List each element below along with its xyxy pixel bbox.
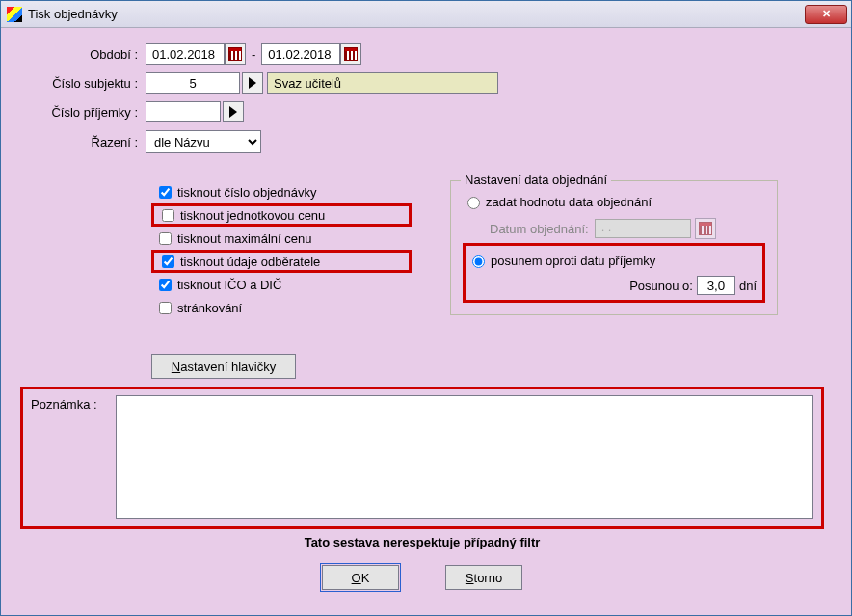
- check-customer-data-label: tisknout údaje odběratele: [180, 254, 320, 269]
- check-order-number[interactable]: tisknout číslo objednávky: [151, 180, 412, 203]
- window-title: Tisk objednávky: [28, 7, 118, 21]
- radio-shift-date-label: posunem oproti datu příjemky: [491, 254, 655, 268]
- check-order-number-label: tisknout číslo objednávky: [177, 185, 317, 200]
- cancel-button[interactable]: Storno: [445, 565, 522, 590]
- radio-shift-date-input[interactable]: [472, 255, 485, 268]
- subject-number-input[interactable]: [146, 72, 240, 94]
- subject-name-text: Svaz učitelů: [274, 76, 341, 91]
- shift-amount-row: Posunou o: dní: [467, 273, 760, 298]
- dialog-body: Období : - Číslo subjektu : Svaz učitelů…: [1, 28, 851, 615]
- receipt-lookup-button[interactable]: [223, 101, 244, 122]
- subject-name-display: Svaz učitelů: [267, 72, 498, 94]
- check-customer-data-box[interactable]: [162, 255, 174, 268]
- checkbox-column: tisknout číslo objednávky tisknout jedno…: [151, 180, 412, 319]
- check-customer-data[interactable]: tisknout údaje odběratele: [151, 250, 412, 273]
- enter-date-subrow: Datum objednání: . .: [490, 218, 765, 239]
- calendar-from-button[interactable]: [225, 43, 246, 65]
- calendar-icon: [699, 222, 712, 235]
- calendar-icon: [344, 47, 358, 61]
- check-ico-dic-box[interactable]: [159, 279, 172, 291]
- radio-shift-date[interactable]: posunem oproti datu příjemky: [467, 248, 760, 273]
- label-subject-number: Číslo subjektu :: [20, 76, 146, 91]
- columns: tisknout číslo objednávky tisknout jedno…: [20, 180, 824, 319]
- check-ico-dic-label: tisknout IČO a DIČ: [177, 278, 281, 292]
- calendar-icon: [228, 47, 242, 61]
- note-label: Poznámka :: [31, 395, 116, 412]
- note-textarea[interactable]: [116, 395, 813, 519]
- enter-date-value: . .: [596, 220, 612, 234]
- arrow-right-icon: [229, 106, 237, 118]
- close-button[interactable]: ✕: [805, 5, 847, 24]
- check-pagination-box[interactable]: [159, 302, 172, 314]
- ordering-date-legend: Nastavení data objednání: [461, 173, 611, 187]
- footer-note: Tato sestava nerespektuje případný filtr: [20, 535, 824, 549]
- receipt-number-input[interactable]: [146, 101, 221, 122]
- period-to-input[interactable]: [261, 43, 340, 65]
- check-order-number-box[interactable]: [159, 186, 172, 199]
- subject-lookup-button[interactable]: [242, 72, 263, 94]
- arrow-right-icon: [249, 77, 256, 89]
- header-settings-btn-rest: astavení hlavičky: [180, 360, 276, 374]
- radio-enter-date-input[interactable]: [467, 197, 480, 209]
- shift-amount-label: Posunou o:: [629, 279, 693, 293]
- row-period: Období : -: [20, 43, 824, 65]
- calendar-to-button[interactable]: [340, 43, 361, 65]
- header-settings-button[interactable]: Nastavení hlavičky: [151, 354, 296, 379]
- label-sort: Řazení :: [20, 135, 146, 149]
- row-sort: Řazení : dle Názvu: [20, 130, 824, 153]
- check-max-price-box[interactable]: [159, 232, 172, 245]
- period-from-input[interactable]: [146, 43, 225, 65]
- row-receipt: Číslo příjemky :: [20, 101, 824, 122]
- shift-amount-unit: dní: [739, 279, 757, 293]
- enter-date-input: . .: [595, 219, 691, 238]
- label-period: Období :: [20, 47, 146, 62]
- titlebar: Tisk objednávky ✕: [1, 1, 851, 28]
- check-pagination-label: stránkování: [177, 301, 242, 315]
- enter-date-calendar-button: [695, 218, 716, 239]
- check-max-price[interactable]: tisknout maximální cenu: [151, 227, 412, 250]
- close-icon: ✕: [822, 8, 831, 20]
- radio-enter-date-label: zadat hodnotu data objednání: [486, 195, 652, 209]
- radio-enter-date[interactable]: zadat hodnotu data objednání: [463, 189, 765, 214]
- check-unit-price-label: tisknout jednotkovou cenu: [180, 208, 325, 223]
- ordering-date-fieldset: Nastavení data objednání zadat hodnotu d…: [450, 180, 778, 315]
- check-unit-price[interactable]: tisknout jednotkovou cenu: [151, 203, 412, 227]
- check-pagination[interactable]: stránkování: [151, 296, 412, 319]
- note-block: Poznámka :: [20, 387, 824, 529]
- check-max-price-label: tisknout maximální cenu: [177, 231, 311, 246]
- enter-date-label: Datum objednání:: [490, 222, 589, 236]
- sort-select[interactable]: dle Názvu: [146, 130, 261, 153]
- check-ico-dic[interactable]: tisknout IČO a DIČ: [151, 273, 412, 296]
- shift-block: posunem oproti datu příjemky Posunou o: …: [463, 243, 765, 303]
- row-subject: Číslo subjektu : Svaz učitelů: [20, 72, 824, 94]
- ok-button[interactable]: OK: [322, 565, 399, 590]
- app-icon: [7, 7, 22, 22]
- shift-amount-input[interactable]: [697, 276, 735, 295]
- check-unit-price-box[interactable]: [162, 209, 174, 222]
- button-row: OK Storno: [20, 565, 824, 590]
- dialog-window: Tisk objednávky ✕ Období : - Číslo subje…: [0, 0, 852, 616]
- period-dash: -: [252, 47, 255, 62]
- label-receipt-number: Číslo příjemky :: [20, 105, 146, 120]
